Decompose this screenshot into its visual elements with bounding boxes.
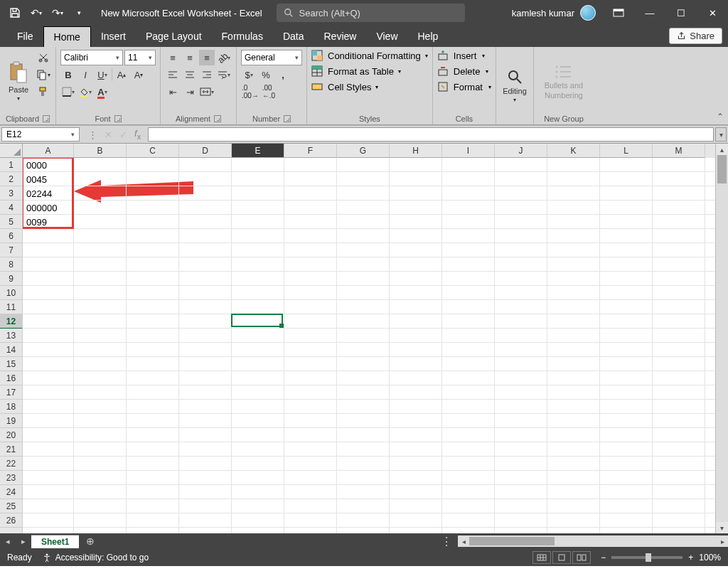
- tab-page-layout[interactable]: Page Layout: [136, 26, 212, 47]
- orientation-button[interactable]: ab: [216, 50, 232, 65]
- sheet-tab-active[interactable]: Sheet1: [31, 535, 79, 548]
- row-header-19[interactable]: 19: [0, 414, 22, 428]
- find-select-button[interactable]: Editing ▾: [500, 50, 529, 122]
- account-area[interactable]: kamlesh kumar: [512, 5, 596, 21]
- enter-formula-button[interactable]: ✓: [119, 129, 127, 140]
- col-header-H[interactable]: H: [390, 144, 442, 158]
- close-button[interactable]: ✕: [697, 0, 728, 26]
- fx-button[interactable]: fx: [134, 128, 141, 141]
- bullets-numbering-button[interactable]: Bullets and Numbering: [538, 50, 589, 113]
- row-header-24[interactable]: 24: [0, 485, 22, 499]
- row-header-10[interactable]: 10: [0, 286, 22, 300]
- cell-styles-button[interactable]: Cell Styles▾: [311, 81, 428, 92]
- clipboard-dialog-launcher[interactable]: [43, 115, 50, 122]
- row-header-7[interactable]: 7: [0, 243, 22, 257]
- name-box[interactable]: E12: [1, 127, 80, 142]
- align-right-button[interactable]: [199, 67, 215, 82]
- row-header-2[interactable]: 2: [0, 172, 22, 186]
- column-headers[interactable]: ABCDEFGHIJKLM: [23, 144, 715, 158]
- sheet-nav-prev[interactable]: ◂: [0, 537, 16, 546]
- increase-font-button[interactable]: A▴: [114, 67, 129, 82]
- font-dialog-launcher[interactable]: [114, 115, 122, 122]
- expand-formula-bar-button[interactable]: ▾: [715, 127, 727, 142]
- format-painter-button[interactable]: [36, 84, 51, 100]
- row-header-23[interactable]: 23: [0, 471, 22, 485]
- tab-home[interactable]: Home: [43, 26, 91, 47]
- status-accessibility[interactable]: Accessibility: Good to go: [42, 553, 149, 563]
- view-page-break-button[interactable]: [572, 551, 591, 564]
- format-cells-button[interactable]: Format▾: [437, 81, 491, 92]
- col-header-A[interactable]: A: [23, 144, 74, 158]
- zoom-controls[interactable]: − + 100%: [601, 553, 721, 563]
- conditional-formatting-button[interactable]: Conditional Formatting▾: [311, 50, 428, 61]
- comma-format-button[interactable]: ,: [275, 67, 291, 82]
- redo-button[interactable]: ↷▾: [50, 5, 65, 21]
- row-header-16[interactable]: 16: [0, 371, 22, 385]
- row-header-3[interactable]: 3: [0, 186, 22, 201]
- undo-button[interactable]: ↶▾: [28, 5, 44, 21]
- col-header-C[interactable]: C: [127, 144, 179, 158]
- increase-decimal-button[interactable]: .0.00→: [241, 84, 259, 100]
- tab-formulas[interactable]: Formulas: [212, 26, 273, 47]
- tab-view[interactable]: View: [366, 26, 407, 47]
- col-header-E[interactable]: E: [232, 144, 284, 158]
- row-header-4[interactable]: 4: [0, 201, 22, 215]
- tab-help[interactable]: Help: [408, 26, 449, 47]
- maximize-button[interactable]: ☐: [665, 0, 697, 26]
- minimize-button[interactable]: —: [634, 0, 665, 26]
- align-left-button[interactable]: [165, 67, 181, 82]
- font-color-button[interactable]: A: [95, 84, 110, 100]
- cell-area[interactable]: 00000045022440000000099: [23, 158, 715, 533]
- insert-cells-button[interactable]: Insert▾: [437, 50, 491, 61]
- merge-button[interactable]: [199, 84, 215, 100]
- row-header-15[interactable]: 15: [0, 357, 22, 371]
- scroll-left-button[interactable]: ◂: [458, 538, 469, 545]
- col-header-G[interactable]: G: [337, 144, 390, 158]
- cut-button[interactable]: [36, 50, 51, 65]
- fill-color-button[interactable]: [77, 84, 93, 100]
- tab-data[interactable]: Data: [273, 26, 314, 47]
- share-button[interactable]: Share: [669, 28, 722, 44]
- vscroll-thumb[interactable]: [717, 155, 727, 183]
- view-normal-button[interactable]: [532, 551, 551, 564]
- percent-format-button[interactable]: %: [258, 67, 274, 82]
- alignment-dialog-launcher[interactable]: [214, 115, 221, 122]
- zoom-slider[interactable]: [611, 556, 682, 559]
- tab-file[interactable]: File: [7, 26, 43, 47]
- number-dialog-launcher[interactable]: [284, 115, 291, 122]
- scroll-up-button[interactable]: ▴: [716, 144, 728, 155]
- row-headers[interactable]: 1234567891011121314151617181920212223242…: [0, 158, 23, 533]
- row-header-21[interactable]: 21: [0, 442, 22, 457]
- tab-scroll-menu[interactable]: ⋮: [435, 535, 458, 548]
- row-header-5[interactable]: 5: [0, 215, 22, 229]
- scroll-down-button[interactable]: ▾: [716, 522, 728, 533]
- vertical-scrollbar[interactable]: ▴ ▾: [715, 144, 728, 533]
- underline-button[interactable]: U: [95, 67, 110, 82]
- col-header-F[interactable]: F: [284, 144, 337, 158]
- row-header-6[interactable]: 6: [0, 229, 22, 243]
- copy-button[interactable]: ▾: [36, 67, 51, 82]
- bold-button[interactable]: B: [60, 67, 76, 82]
- row-header-26[interactable]: 26: [0, 513, 22, 528]
- view-page-layout-button[interactable]: [552, 551, 571, 564]
- formula-input[interactable]: [148, 127, 714, 142]
- qat-dropdown[interactable]: ▾: [71, 5, 87, 21]
- row-header-8[interactable]: 8: [0, 257, 22, 272]
- format-as-table-button[interactable]: Format as Table▾: [311, 65, 428, 77]
- align-top-button[interactable]: ≡: [165, 50, 181, 65]
- new-sheet-button[interactable]: ⊕: [79, 535, 102, 547]
- col-header-I[interactable]: I: [442, 144, 495, 158]
- sheet-nav-next[interactable]: ▸: [16, 537, 31, 546]
- ribbon-display-options[interactable]: [603, 0, 634, 26]
- row-header-18[interactable]: 18: [0, 400, 22, 414]
- decrease-indent-button[interactable]: ⇤: [165, 84, 181, 100]
- save-icon[interactable]: [7, 5, 23, 21]
- paste-button[interactable]: Paste ▾: [4, 50, 33, 113]
- font-size-select[interactable]: 11: [124, 50, 156, 65]
- search-box[interactable]: Search (Alt+Q): [277, 4, 465, 22]
- align-bottom-button[interactable]: ≡: [199, 50, 215, 65]
- scroll-right-button[interactable]: ▸: [717, 538, 728, 545]
- active-cell[interactable]: [231, 314, 283, 327]
- collapse-ribbon-button[interactable]: ⌃: [717, 112, 724, 122]
- col-header-M[interactable]: M: [653, 144, 705, 158]
